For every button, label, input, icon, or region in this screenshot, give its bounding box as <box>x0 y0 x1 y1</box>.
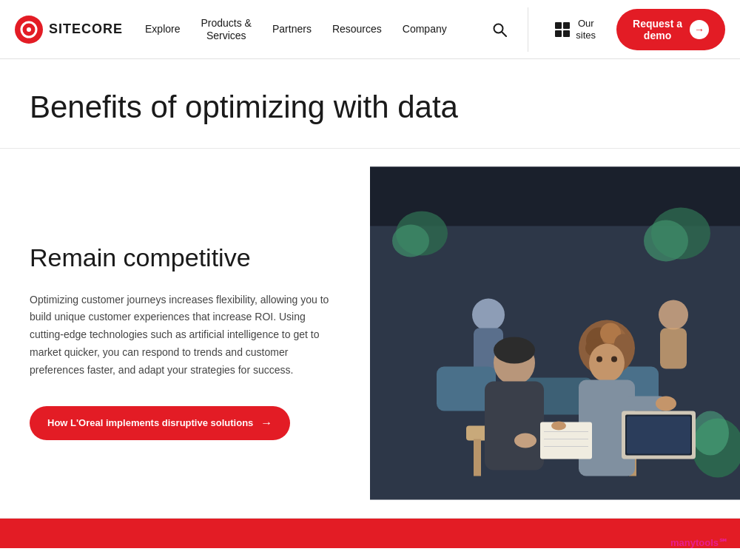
sitecore-logo-icon <box>15 16 43 44</box>
request-demo-button[interactable]: Request ademo → <box>616 9 725 50</box>
nav-company[interactable]: Company <box>403 23 447 36</box>
svg-rect-16 <box>660 328 687 369</box>
logo-text: SITECORE <box>49 21 123 37</box>
svg-point-13 <box>472 299 505 331</box>
svg-point-15 <box>659 300 688 330</box>
nav-partners[interactable]: Partners <box>272 23 312 36</box>
card-subtitle: Remain competitive <box>30 242 340 274</box>
header-divider <box>528 7 528 52</box>
svg-rect-41 <box>627 416 690 454</box>
grid-icon <box>555 22 570 37</box>
watermark-suffix: ℠ <box>719 537 728 548</box>
header-right: Oursites Request ademo → <box>486 7 725 52</box>
card-image <box>370 149 740 518</box>
main-content: Benefits of optimizing with data Remain … <box>0 59 740 548</box>
main-nav: Explore Products &Services Partners Reso… <box>145 17 486 42</box>
our-sites-button[interactable]: Oursites <box>543 18 608 41</box>
svg-rect-42 <box>540 422 592 459</box>
svg-point-12 <box>692 411 729 456</box>
card-section: Remain competitive Optimizing customer j… <box>0 149 740 519</box>
svg-point-2 <box>27 27 31 32</box>
cta-button[interactable]: How L'Oreal implements disruptive soluti… <box>30 406 290 440</box>
benefits-title: Benefits of optimizing with data <box>30 89 710 126</box>
our-sites-label: Oursites <box>576 18 596 41</box>
svg-point-10 <box>392 225 429 257</box>
benefits-header: Benefits of optimizing with data <box>0 59 740 149</box>
svg-point-38 <box>656 397 676 411</box>
search-icon <box>492 22 507 37</box>
site-header: SITECORE Explore Products &Services Part… <box>0 0 740 59</box>
card-left: Remain competitive Optimizing customer j… <box>0 149 370 518</box>
svg-point-24 <box>494 337 535 364</box>
watermark-highlight: tools <box>696 537 719 548</box>
svg-line-4 <box>502 32 506 36</box>
svg-point-8 <box>644 220 688 262</box>
svg-point-46 <box>551 422 566 431</box>
svg-point-34 <box>596 357 602 362</box>
nav-explore[interactable]: Explore <box>145 23 180 36</box>
watermark: manytools℠ <box>670 537 728 548</box>
cta-label: How L'Oreal implements disruptive soluti… <box>47 417 253 428</box>
request-btn-arrow-icon: → <box>690 20 709 39</box>
search-button[interactable] <box>486 16 513 43</box>
card-body: Optimizing customer journeys increases f… <box>30 291 340 379</box>
svg-point-33 <box>589 344 625 382</box>
nav-resources[interactable]: Resources <box>332 23 382 36</box>
office-scene-illustration <box>370 149 740 518</box>
bottom-stripe <box>0 519 740 548</box>
svg-rect-25 <box>485 382 544 470</box>
nav-products-services[interactable]: Products &Services <box>201 17 251 42</box>
logo[interactable]: SITECORE <box>15 16 123 44</box>
svg-point-26 <box>514 434 536 448</box>
svg-rect-21 <box>474 439 481 476</box>
cta-arrow-icon: → <box>260 416 272 430</box>
watermark-prefix: many <box>670 537 696 548</box>
request-btn-text: Request ademo <box>633 18 682 41</box>
svg-point-35 <box>611 357 617 362</box>
